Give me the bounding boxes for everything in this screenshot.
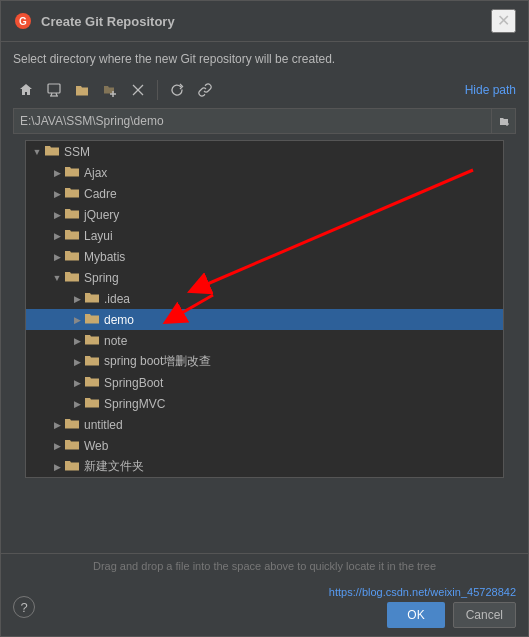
folder-icon (64, 248, 80, 265)
tree-item-label: Layui (84, 229, 113, 243)
ok-button[interactable]: OK (387, 602, 444, 628)
close-button[interactable]: ✕ (491, 9, 516, 33)
tree-item-cadre[interactable]: ▶Cadre (26, 183, 503, 204)
tree-item-label: Cadre (84, 187, 117, 201)
tree-item-mybatis[interactable]: ▶Mybatis (26, 246, 503, 267)
path-input[interactable] (14, 110, 491, 132)
tree-item-newfolder[interactable]: ▶新建文件夹 (26, 456, 503, 477)
tree-item-ssm[interactable]: ▼SSM (26, 141, 503, 162)
tree-item-springboot[interactable]: ▶SpringBoot (26, 372, 503, 393)
folder-icon (64, 269, 80, 286)
tree-item-layui[interactable]: ▶Layui (26, 225, 503, 246)
folder-icon (64, 227, 80, 244)
toolbar: Hide path (1, 74, 528, 108)
tree-expand-arrow[interactable]: ▶ (50, 439, 64, 453)
tree-item-untitled[interactable]: ▶untitled (26, 414, 503, 435)
tree-expand-arrow[interactable]: ▼ (50, 271, 64, 285)
tree-item-label: .idea (104, 292, 130, 306)
delete-button[interactable] (125, 78, 151, 102)
tree-item-web[interactable]: ▶Web (26, 435, 503, 456)
hide-path-button[interactable]: Hide path (465, 83, 516, 97)
tree-item-label: spring boot增删改查 (104, 353, 211, 370)
svg-rect-2 (48, 84, 60, 93)
folder-icon (84, 332, 100, 349)
tree-expand-arrow[interactable]: ▶ (70, 334, 84, 348)
svg-text:G: G (19, 16, 27, 27)
watermark: https://blog.csdn.net/weixin_45728842 (329, 586, 516, 598)
tree-expand-arrow[interactable]: ▶ (70, 397, 84, 411)
title-bar: G Create Git Repository ✕ (1, 1, 528, 42)
tree-item-ajax[interactable]: ▶Ajax (26, 162, 503, 183)
folder-icon (44, 143, 60, 160)
link-button[interactable] (192, 78, 218, 102)
help-button[interactable]: ? (13, 596, 35, 618)
folder-icon (64, 458, 80, 475)
tree-item-springboot_crud[interactable]: ▶spring boot增删改查 (26, 351, 503, 372)
tree-item-label: untitled (84, 418, 123, 432)
folder-icon (64, 437, 80, 454)
folder-icon (84, 374, 100, 391)
refresh-button[interactable] (164, 78, 190, 102)
cancel-button[interactable]: Cancel (453, 602, 516, 628)
tree-item-note[interactable]: ▶note (26, 330, 503, 351)
tree-expand-arrow[interactable]: ▶ (50, 187, 64, 201)
file-tree[interactable]: ▼SSM▶Ajax▶Cadre▶jQuery▶Layui▶Mybatis▼Spr… (25, 140, 504, 478)
footer-buttons: OK Cancel (387, 602, 516, 628)
drag-drop-hint: Drag and drop a file into the space abov… (1, 553, 528, 578)
tree-expand-arrow[interactable]: ▶ (50, 208, 64, 222)
tree-expand-arrow[interactable]: ▶ (70, 376, 84, 390)
tree-item-label: SSM (64, 145, 90, 159)
tree-expand-arrow[interactable]: ▶ (50, 229, 64, 243)
folder-icon (64, 185, 80, 202)
tree-item-label: jQuery (84, 208, 119, 222)
dialog-subtitle: Select directory where the new Git repos… (1, 42, 528, 74)
tree-item-label: Spring (84, 271, 119, 285)
tree-item-label: SpringBoot (104, 376, 163, 390)
folder-icon (64, 206, 80, 223)
dialog-title: Create Git Repository (41, 14, 175, 29)
tree-item-label: note (104, 334, 127, 348)
tree-expand-arrow[interactable]: ▶ (70, 313, 84, 327)
tree-item-demo[interactable]: ▶demo (26, 309, 503, 330)
tree-expand-arrow[interactable]: ▶ (50, 166, 64, 180)
tree-item-label: Mybatis (84, 250, 125, 264)
new-folder-button[interactable] (97, 78, 123, 102)
tree-wrapper: ▼SSM▶Ajax▶Cadre▶jQuery▶Layui▶Mybatis▼Spr… (13, 140, 516, 549)
tree-item-spring[interactable]: ▼Spring (26, 267, 503, 288)
folder-button[interactable] (69, 78, 95, 102)
folder-icon (84, 311, 100, 328)
path-browse-button[interactable] (491, 109, 515, 133)
title-bar-left: G Create Git Repository (13, 11, 175, 31)
tree-item-label: Web (84, 439, 108, 453)
footer: ? https://blog.csdn.net/weixin_45728842 … (1, 578, 528, 636)
tree-expand-arrow[interactable]: ▶ (50, 460, 64, 474)
tree-expand-arrow[interactable]: ▶ (50, 418, 64, 432)
folder-icon (84, 395, 100, 412)
folder-icon (64, 164, 80, 181)
path-bar (13, 108, 516, 134)
desktop-button[interactable] (41, 78, 67, 102)
folder-icon (64, 416, 80, 433)
tree-item-label: SpringMVC (104, 397, 165, 411)
tree-expand-arrow[interactable]: ▶ (50, 250, 64, 264)
tree-item-jquery[interactable]: ▶jQuery (26, 204, 503, 225)
tree-expand-arrow[interactable]: ▶ (70, 355, 84, 369)
toolbar-separator (157, 80, 158, 100)
tree-item-springmvc[interactable]: ▶SpringMVC (26, 393, 503, 414)
home-button[interactable] (13, 78, 39, 102)
tree-item-label: demo (104, 313, 134, 327)
tree-expand-arrow[interactable]: ▼ (30, 145, 44, 159)
folder-icon (84, 353, 100, 370)
tree-expand-arrow[interactable]: ▶ (70, 292, 84, 306)
footer-right: https://blog.csdn.net/weixin_45728842 OK… (329, 586, 516, 628)
folder-icon (84, 290, 100, 307)
tree-item-label: Ajax (84, 166, 107, 180)
git-icon: G (13, 11, 33, 31)
tree-item-label: 新建文件夹 (84, 458, 144, 475)
create-git-repo-dialog: G Create Git Repository ✕ Select directo… (0, 0, 529, 637)
tree-item-idea[interactable]: ▶.idea (26, 288, 503, 309)
